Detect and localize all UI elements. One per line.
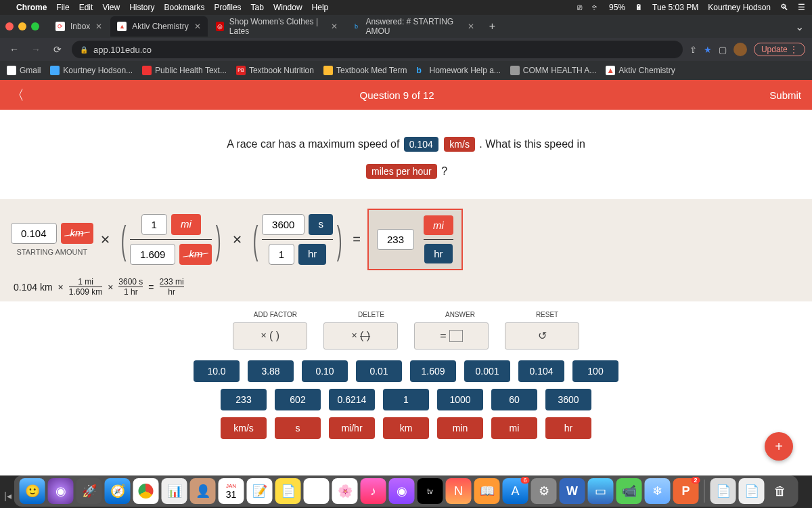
clock[interactable]: Tue 5:03 PM [652,3,698,12]
powerpoint-icon[interactable]: P2 [673,478,699,504]
value-button[interactable]: 0.001 [464,360,510,382]
bookmark-homework[interactable]: bHomework Help a... [416,66,500,75]
bookmark-aktiv[interactable]: ▲Aktiv Chemistry [606,66,675,75]
minimize-window-icon[interactable] [18,22,26,30]
value-button[interactable]: 1.609 [410,360,456,382]
value-button[interactable]: 1000 [437,389,483,410]
tab-answered[interactable]: b Answered: # STARTING AMOU ✕ [346,16,481,37]
close-tab-icon[interactable]: ✕ [95,22,102,31]
dock-file-icon[interactable]: 📄 [710,478,736,504]
bookmark-medterm[interactable]: Textbook Med Term [323,66,407,75]
value-button[interactable]: 10.0 [194,360,240,382]
photos-icon[interactable]: 🌸 [332,478,358,504]
conversion-factor-2[interactable]: ( 3600s 1hr ) [249,214,346,265]
bookmark-star-icon[interactable]: ★ [704,45,712,55]
value-button[interactable]: 3600 [545,389,591,410]
tab-inbox[interactable]: ⟳ Inbox ✕ [49,16,109,37]
answer-button[interactable]: = [414,322,489,350]
trash-icon[interactable]: 🗑 [767,478,793,504]
unit-button[interactable]: mi/hr [329,417,375,439]
bookmark-gmail[interactable]: Gmail [7,66,41,75]
music-icon[interactable]: ♪ [361,478,386,504]
reload-button[interactable]: ⟳ [50,44,65,55]
dock-file-icon[interactable]: 📄 [739,478,765,504]
unit-button[interactable]: km/s [221,417,267,439]
battery-icon[interactable]: 🔋︎ [635,3,643,12]
value-button[interactable]: 1 [383,389,429,410]
close-tab-icon[interactable]: ✕ [331,22,338,31]
update-button[interactable]: Update ⋮ [754,43,805,56]
close-window-icon[interactable] [5,22,14,30]
value-button[interactable]: 233 [221,389,267,410]
back-chevron-icon[interactable]: 〈 [11,86,24,104]
new-tab-button[interactable]: + [482,20,502,33]
app-icon[interactable]: ❄ [645,478,671,504]
launchpad-icon[interactable]: 🚀 [76,478,102,504]
value-button[interactable]: 602 [275,389,321,410]
forward-button[interactable]: → [28,44,43,55]
maximize-window-icon[interactable] [31,22,39,30]
siri-icon[interactable]: ◉ [48,478,74,504]
bookmark-kourtney[interactable]: Kourtney Hodson... [50,66,133,75]
menu-history[interactable]: History [129,3,154,12]
appstore-icon[interactable]: A6 [503,478,528,504]
books-icon[interactable]: 📖 [474,478,500,504]
profile-avatar-icon[interactable] [734,43,747,56]
settings-icon[interactable]: ⚙ [531,478,557,504]
answer-box[interactable]: 233 mi hr [367,209,463,270]
bookmark-publichealth[interactable]: Public Health Text... [142,66,227,75]
tab-shop[interactable]: ◎ Shop Women's Clothes | Lates ✕ [209,16,344,37]
menu-file[interactable]: File [56,3,69,12]
value-button[interactable]: 0.10 [302,360,348,382]
unit-button[interactable]: hr [545,417,591,439]
bookmark-nutrition[interactable]: PBTextbook Nutrition [236,66,314,75]
menu-profiles[interactable]: Profiles [215,3,242,12]
close-tab-icon[interactable]: ✕ [468,22,474,31]
delete-button[interactable]: ✕( ) [323,322,398,350]
app-icon[interactable]: ▭ [588,478,614,504]
maps-icon[interactable]: 🗺 [304,478,330,504]
tab-aktiv[interactable]: ▲ Aktiv Chemistry ✕ [110,16,207,37]
bookmark-commhealth[interactable]: COMM HEALTH A... [510,66,596,75]
menu-help[interactable]: Help [312,3,329,12]
control-center-icon[interactable]: ☰ [798,3,805,12]
close-tab-icon[interactable]: ✕ [194,22,201,31]
safari-icon[interactable]: 🧭 [105,478,131,504]
chrome-icon[interactable] [133,478,159,504]
back-button[interactable]: ← [7,44,22,55]
go-to-start-icon[interactable]: |◂ [4,490,12,501]
value-button[interactable]: 100 [572,360,618,382]
facetime-icon[interactable]: 📹 [616,478,642,504]
add-factor-button[interactable]: ✕( ) [233,322,307,350]
unit-button[interactable]: mi [491,417,537,439]
menu-window[interactable]: Window [273,3,302,12]
value-button[interactable]: 60 [491,389,537,410]
menu-edit[interactable]: Edit [79,3,93,12]
add-fab-button[interactable]: + [765,432,793,461]
share-icon[interactable]: ⇧ [690,45,697,55]
notes-icon[interactable]: 📄 [275,478,301,504]
finder-icon[interactable]: 🙂 [20,478,45,504]
menu-bookmarks[interactable]: Bookmarks [164,3,205,12]
reader-icon[interactable]: ▢ [719,45,727,55]
contacts-icon[interactable]: 👤 [190,478,216,504]
podcasts-icon[interactable]: ◉ [389,478,415,504]
spotlight-icon[interactable]: 🔍︎ [780,3,788,12]
calendar-icon[interactable]: JAN31 [219,478,244,504]
unit-button[interactable]: km [383,417,429,439]
wifi-icon[interactable]: ᯤ [591,3,600,12]
chevron-down-icon[interactable]: ⌄ [787,20,812,33]
starting-amount[interactable]: 0.104 km STARTING AMOUNT [11,223,93,256]
menu-tab[interactable]: Tab [251,3,264,12]
value-button[interactable]: 0.6214 [329,389,375,410]
reset-button[interactable]: ↺ [505,322,579,350]
activity-monitor-icon[interactable]: 📊 [162,478,187,504]
appletv-icon[interactable]: tv [418,478,443,504]
reminders-icon[interactable]: 📝 [247,478,273,504]
submit-button[interactable]: Submit [769,89,801,101]
word-icon[interactable]: W [560,478,585,504]
menubar-app[interactable]: Chrome [16,3,47,12]
value-button[interactable]: 0.01 [356,360,402,382]
unit-button[interactable]: s [275,417,321,439]
value-button[interactable]: 0.104 [518,360,564,382]
